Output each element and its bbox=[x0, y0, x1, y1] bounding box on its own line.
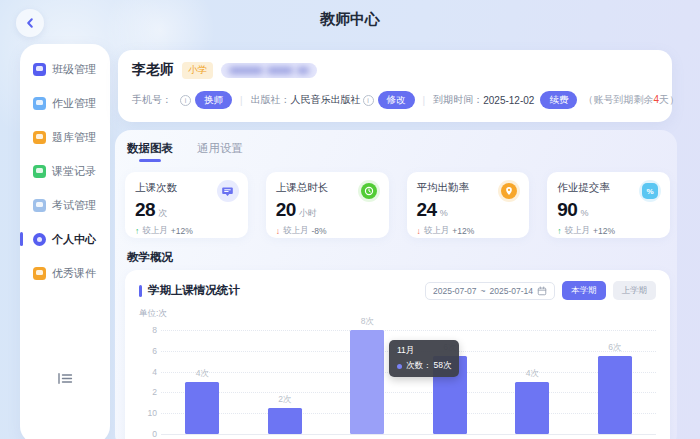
y-tick: 0 bbox=[139, 429, 157, 439]
series-dot-icon bbox=[397, 364, 402, 369]
divider: | bbox=[423, 95, 426, 106]
sidebar-item-homework-management[interactable]: 作业管理 bbox=[20, 94, 110, 113]
teacher-profile-card: 李老师 小学 手机号： i 换师 | 出版社： 人民音乐出版社 i 修改 | 到… bbox=[118, 50, 672, 122]
percent-icon: % bbox=[639, 180, 661, 202]
stat-value: 28 bbox=[135, 199, 155, 221]
bar-feb[interactable]: 4次 bbox=[515, 382, 549, 434]
date-range-picker[interactable]: 2025-07-07 ~ 2025-07-14 bbox=[425, 282, 555, 300]
bar-sep[interactable]: 4次 bbox=[185, 382, 219, 434]
class-records-icon bbox=[33, 165, 46, 178]
bar-value-label: 6次 bbox=[608, 342, 621, 354]
trend-down-icon: ↓ bbox=[276, 226, 280, 236]
sidebar-item-question-bank[interactable]: 题库管理 bbox=[20, 128, 110, 147]
date-separator: ~ bbox=[481, 286, 486, 296]
tooltip-series-label: 次数： bbox=[406, 360, 432, 372]
date-end: 2025-07-14 bbox=[490, 286, 533, 296]
bar-oct[interactable]: 2次 bbox=[268, 408, 302, 434]
trend-up-icon: ↑ bbox=[135, 226, 139, 236]
tab-general-settings[interactable]: 通用设置 bbox=[197, 141, 243, 162]
stat-card-homework-submission-rate: 作业提交率 % 90% ↑较上月+12% bbox=[547, 172, 670, 238]
stat-value: 24 bbox=[417, 199, 437, 221]
trend-label: 较上月 bbox=[142, 225, 168, 237]
trend-value: +12% bbox=[452, 226, 474, 236]
phone-label: 手机号： bbox=[132, 93, 172, 107]
expire-label: 到期时间： bbox=[433, 93, 483, 107]
tab-bar: 数据图表 通用设置 bbox=[127, 141, 243, 162]
sidebar-item-label: 班级管理 bbox=[52, 62, 96, 77]
sidebar-item-label: 题库管理 bbox=[52, 130, 96, 145]
stat-value: 90 bbox=[557, 199, 577, 221]
personal-center-icon bbox=[33, 233, 46, 246]
bar-value-label: 2次 bbox=[278, 394, 291, 406]
sidebar-item-label: 个人中心 bbox=[52, 232, 96, 247]
publisher-label: 出版社： bbox=[251, 93, 291, 107]
teaching-overview-title: 教学概况 bbox=[127, 250, 173, 265]
class-management-icon bbox=[33, 63, 46, 76]
presentation-icon bbox=[217, 180, 239, 202]
expire-note: （账号到期剩余4天） bbox=[583, 93, 679, 107]
expire-date: 2025-12-02 bbox=[483, 95, 534, 106]
title-accent-bar bbox=[139, 285, 142, 297]
sidebar-item-label: 考试管理 bbox=[52, 198, 96, 213]
sidebar-item-exam-management[interactable]: 考试管理 bbox=[20, 196, 110, 215]
stat-card-attendance-rate: 平均出勤率 24% ↓较上月+12% bbox=[407, 172, 530, 238]
stats-row: 上课次数 28次 ↑较上月+12% 上课总时长 20小时 ↓较上月-8% 平均出… bbox=[125, 172, 670, 238]
stat-card-class-count: 上课次数 28次 ↑较上月+12% bbox=[125, 172, 248, 238]
bar-nov-highlighted[interactable]: 8次 bbox=[350, 330, 384, 434]
trend-label: 较上月 bbox=[565, 225, 591, 237]
homework-management-icon bbox=[33, 97, 46, 110]
sidebar-item-label: 优秀课件 bbox=[52, 266, 96, 281]
y-tick: 6 bbox=[139, 346, 157, 356]
y-tick: 2 bbox=[139, 387, 157, 397]
semester-class-chart-card: 学期上课情况统计 2025-07-07 ~ 2025-07-14 本学期 上学期… bbox=[125, 270, 670, 439]
bar-value-label: 8次 bbox=[361, 316, 374, 328]
trend-label: 较上月 bbox=[283, 225, 309, 237]
sidebar-item-class-records[interactable]: 课堂记录 bbox=[20, 162, 110, 181]
stat-unit: 次 bbox=[158, 207, 167, 220]
previous-term-button[interactable]: 上学期 bbox=[613, 281, 657, 300]
bar-value-label: 4次 bbox=[526, 368, 539, 380]
tooltip-month: 11月 bbox=[397, 345, 451, 357]
sidebar-item-class-management[interactable]: 班级管理 bbox=[20, 60, 110, 79]
page-title: 教师中心 bbox=[0, 10, 700, 29]
sidebar-item-excellent-courseware[interactable]: 优秀课件 bbox=[20, 264, 110, 283]
chart-tooltip: 11月 次数： 58次 bbox=[389, 340, 459, 377]
stat-value: 20 bbox=[276, 199, 296, 221]
sidebar-item-label: 课堂记录 bbox=[52, 164, 96, 179]
trend-down-icon: ↓ bbox=[417, 226, 421, 236]
modify-button[interactable]: 修改 bbox=[378, 91, 415, 109]
current-term-button[interactable]: 本学期 bbox=[562, 281, 606, 300]
y-tick: 4 bbox=[139, 367, 157, 377]
info-icon[interactable]: i bbox=[363, 95, 374, 106]
change-teacher-button[interactable]: 换师 bbox=[195, 91, 232, 109]
date-start: 2025-07-07 bbox=[433, 286, 476, 296]
sidebar-item-personal-center[interactable]: 个人中心 bbox=[20, 230, 110, 249]
question-bank-icon bbox=[33, 131, 46, 144]
level-badge: 小学 bbox=[182, 62, 213, 79]
tooltip-value: 58次 bbox=[434, 360, 452, 372]
sidebar: 班级管理 作业管理 题库管理 课堂记录 考试管理 个人中心 优秀课件 bbox=[20, 44, 110, 439]
info-icon[interactable]: i bbox=[180, 95, 191, 106]
bar-cell: 2次 bbox=[244, 330, 327, 434]
chart-title: 学期上课情况统计 bbox=[148, 283, 240, 298]
calendar-icon bbox=[537, 286, 547, 296]
divider: | bbox=[240, 95, 243, 106]
renew-button[interactable]: 续费 bbox=[540, 91, 577, 109]
teacher-name: 李老师 bbox=[132, 61, 174, 79]
bar-cell: 4次 bbox=[161, 330, 244, 434]
stat-unit: % bbox=[580, 208, 588, 218]
trend-value: +12% bbox=[593, 226, 615, 236]
bar-cell: 6次 bbox=[574, 330, 657, 434]
chart-unit-label: 单位:次 bbox=[139, 308, 656, 320]
exam-management-icon bbox=[33, 199, 46, 212]
redacted-school-badge bbox=[221, 63, 317, 78]
collapse-sidebar-icon[interactable] bbox=[58, 370, 73, 388]
y-tick: 10 bbox=[139, 408, 157, 418]
excellent-courseware-icon bbox=[33, 267, 46, 280]
stat-card-total-hours: 上课总时长 20小时 ↓较上月-8% bbox=[266, 172, 389, 238]
bar-mar[interactable]: 6次 bbox=[598, 356, 632, 434]
bar-chart-plot: 8 6 4 2 10 0 4次 2次 8次 6次 4次 bbox=[161, 330, 656, 434]
y-tick: 8 bbox=[139, 325, 157, 335]
tab-data-charts[interactable]: 数据图表 bbox=[127, 141, 173, 162]
x-axis-line bbox=[161, 434, 656, 435]
